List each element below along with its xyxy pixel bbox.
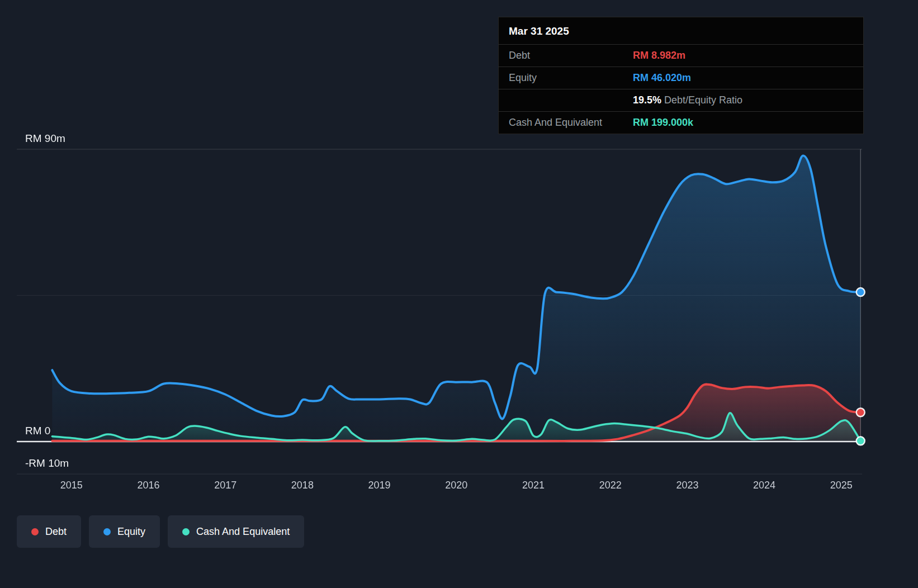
- legend-cash-label: Cash And Equivalent: [196, 526, 290, 538]
- x-axis-label: 2022: [599, 480, 622, 491]
- x-axis-label: 2025: [830, 480, 853, 491]
- x-axis-label: 2016: [137, 480, 159, 491]
- chart-legend: Debt Equity Cash And Equivalent: [17, 515, 304, 548]
- x-axis-label: 2021: [522, 480, 545, 491]
- x-axis-label: 2018: [291, 480, 314, 491]
- x-axis-label: 2019: [368, 480, 391, 491]
- tooltip-row-cash: Cash And Equivalent RM 199.000k: [499, 111, 863, 134]
- x-axis-label: 2015: [60, 480, 83, 491]
- tooltip-ratio-value: 19.5% Debt/Equity Ratio: [633, 94, 742, 106]
- debt-equity-history-panel: Mar 31 2025 Debt RM 8.982m Equity RM 46.…: [0, 0, 918, 588]
- cash-dot-icon: [182, 528, 190, 535]
- legend-item-equity[interactable]: Equity: [89, 515, 160, 548]
- tooltip-debt-value: RM 8.982m: [633, 50, 685, 61]
- x-axis-label: 2023: [676, 480, 698, 491]
- tooltip-date: Mar 31 2025: [499, 17, 863, 44]
- tooltip-equity-label: Equity: [509, 72, 633, 84]
- x-axis-label: 2024: [753, 480, 775, 491]
- debt-dot-icon: [31, 528, 39, 535]
- legend-equity-label: Equity: [117, 526, 145, 538]
- y-axis-label-neg10m: -RM 10m: [25, 457, 69, 470]
- tooltip-debt-label: Debt: [509, 50, 633, 61]
- chart-tooltip: Mar 31 2025 Debt RM 8.982m Equity RM 46.…: [498, 17, 864, 134]
- legend-item-debt[interactable]: Debt: [17, 515, 81, 548]
- tooltip-row-equity: Equity RM 46.020m: [499, 67, 863, 89]
- legend-item-cash[interactable]: Cash And Equivalent: [168, 515, 304, 548]
- y-axis-label-0: RM 0: [25, 425, 50, 437]
- legend-debt-label: Debt: [45, 526, 67, 538]
- tooltip-row-ratio: 19.5% Debt/Equity Ratio: [499, 89, 863, 111]
- tooltip-cash-value: RM 199.000k: [633, 117, 693, 129]
- x-axis-label: 2020: [445, 480, 467, 491]
- x-axis: 2015201620172018201920202021202220232024…: [0, 480, 918, 496]
- equity-dot-icon: [103, 528, 111, 535]
- tooltip-row-debt: Debt RM 8.982m: [499, 44, 863, 67]
- y-axis-label-90m: RM 90m: [25, 132, 65, 145]
- tooltip-cash-label: Cash And Equivalent: [509, 117, 633, 129]
- tooltip-equity-value: RM 46.020m: [633, 72, 691, 84]
- x-axis-label: 2017: [214, 480, 236, 491]
